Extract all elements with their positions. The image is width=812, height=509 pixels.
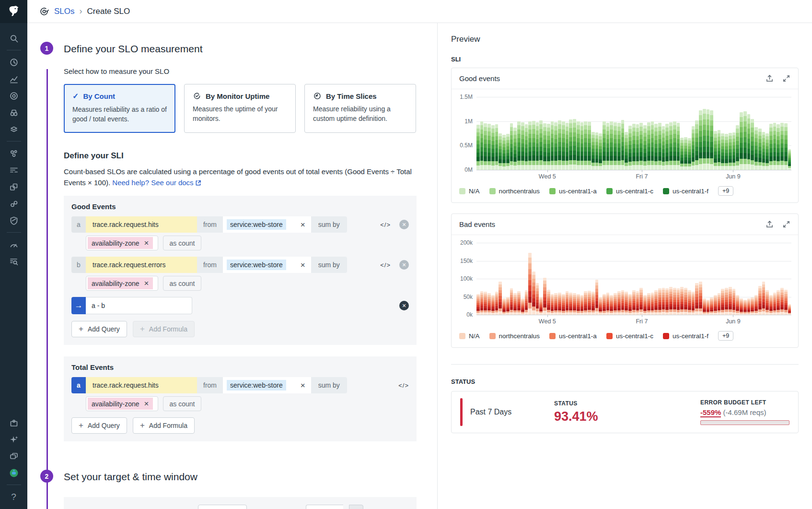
query-editor[interactable]: trace.rack.request.hits from service:web… (86, 377, 347, 393)
error-budget-detail: (-4.69M reqs) (723, 408, 766, 416)
export-icon[interactable] (766, 220, 774, 228)
clear-group-icon[interactable]: × (144, 400, 149, 408)
query-letter-selected[interactable]: a (71, 377, 86, 393)
query-editor[interactable]: trace.rack.request.errors from service:w… (86, 257, 347, 273)
add-query-button[interactable]: +Add Query (71, 321, 127, 337)
scope-field[interactable]: service:web-store × (223, 257, 311, 273)
formula-input[interactable] (86, 297, 192, 314)
clear-group-icon[interactable]: × (144, 279, 149, 287)
stacked-bar (603, 294, 606, 315)
query-letter[interactable]: a (71, 216, 86, 233)
by-monitor-uptime-card[interactable]: By Monitor Uptime Measures the uptime of… (184, 84, 296, 133)
group-by-field[interactable]: availability-zone× (86, 276, 158, 291)
legend-item[interactable]: us-central1-a (549, 188, 597, 195)
stacked-bar (677, 123, 680, 170)
metric-field[interactable]: trace.rack.request.hits (86, 377, 197, 393)
stacked-bar (721, 289, 724, 315)
user-avatar[interactable] (0, 464, 27, 481)
remove-formula-icon[interactable]: × (399, 301, 409, 310)
export-icon[interactable] (766, 74, 774, 83)
time-window-select[interactable]: 7 Days ▼ (198, 505, 247, 509)
preview-title: Preview (451, 35, 799, 44)
by-count-card[interactable]: ✓ By Count Measures reliability as a rat… (64, 84, 175, 133)
legend-item[interactable]: us-central1-f (663, 332, 708, 340)
stacked-bar (636, 291, 639, 315)
content: 1 Define your SLO measurement Select how… (27, 23, 812, 509)
legend-item[interactable]: northcentralus (489, 332, 540, 340)
sum-by-label[interactable]: sum by (311, 257, 347, 273)
search-icon[interactable] (0, 30, 27, 47)
docs-link[interactable]: Need help? See our docs (112, 178, 193, 187)
datadog-dog-icon (7, 4, 21, 19)
stacked-bar (762, 282, 766, 315)
add-formula-button[interactable]: +Add Formula (133, 417, 195, 434)
as-count-field[interactable]: as count (163, 276, 202, 291)
notebooks-icon[interactable] (0, 121, 27, 138)
legend-overflow-chip[interactable]: +9 (718, 331, 733, 341)
logs-icon[interactable] (0, 162, 27, 178)
clear-scope-icon[interactable]: × (301, 381, 305, 390)
services-icon[interactable] (0, 145, 27, 162)
legend-item[interactable]: us-central1-c (606, 188, 653, 195)
y-tick-label: 0M (464, 166, 473, 173)
legend-item[interactable]: us-central1-c (606, 332, 653, 340)
legend-item[interactable]: N/A (459, 188, 480, 195)
code-icon[interactable]: </> (380, 221, 391, 228)
integrations-icon[interactable] (0, 414, 27, 431)
dashboards-icon[interactable] (0, 178, 27, 195)
legend-overflow-chip[interactable]: +9 (718, 186, 733, 196)
sum-by-label[interactable]: sum by (311, 216, 347, 233)
by-time-slices-card[interactable]: By Time Slices Measure reliability using… (304, 84, 416, 133)
legend-item[interactable]: northcentralus (489, 188, 540, 195)
stacked-bar (729, 287, 732, 315)
code-icon[interactable]: </> (398, 382, 409, 389)
datadog-logo[interactable] (0, 0, 27, 23)
stacked-bar (558, 120, 561, 170)
slo-icon[interactable] (0, 87, 27, 104)
metrics-icon[interactable] (0, 71, 27, 87)
stacked-bar (680, 287, 684, 315)
expand-icon[interactable] (782, 74, 790, 83)
breadcrumb-slos-link[interactable]: SLOs (54, 7, 75, 16)
stacked-bar (688, 138, 691, 170)
expand-icon[interactable] (782, 220, 790, 228)
clear-scope-icon[interactable]: × (301, 221, 305, 229)
stacked-bar (647, 122, 650, 170)
remove-query-icon[interactable]: × (399, 260, 409, 270)
history-icon[interactable] (0, 54, 27, 71)
scope-field[interactable]: service:web-store × (223, 216, 311, 233)
legend-item[interactable]: us-central1-a (549, 332, 597, 340)
as-count-field[interactable]: as count (163, 396, 202, 411)
group-by-field[interactable]: availability-zone× (86, 396, 158, 411)
stacked-bar (584, 121, 587, 170)
query-row-a-groupby: availability-zone× as count (86, 396, 409, 411)
legend-item[interactable]: N/A (459, 332, 480, 340)
apm-icon[interactable] (0, 195, 27, 212)
query-editor[interactable]: trace.rack.request.hits from service:web… (86, 216, 347, 233)
query-letter[interactable]: b (71, 257, 86, 273)
case-management-icon[interactable] (0, 448, 27, 464)
security-icon[interactable] (0, 212, 27, 229)
scope-field[interactable]: service:web-store × (223, 377, 311, 393)
group-by-field[interactable]: availability-zone× (86, 236, 158, 250)
log-explorer-icon[interactable] (0, 253, 27, 270)
legend-item[interactable]: us-central1-f (663, 188, 708, 195)
stacked-bar (539, 120, 543, 170)
remove-query-icon[interactable]: × (399, 220, 409, 229)
metric-field[interactable]: trace.rack.request.errors (86, 257, 197, 273)
add-query-button[interactable]: +Add Query (71, 417, 127, 434)
x-tick (733, 170, 733, 172)
monitors-icon[interactable] (0, 236, 27, 253)
clear-scope-icon[interactable]: × (301, 261, 305, 269)
metric-field[interactable]: trace.rack.request.hits (86, 216, 197, 233)
help-icon[interactable]: ? (0, 488, 27, 505)
stacked-bar (513, 128, 517, 170)
sum-by-label[interactable]: sum by (311, 377, 347, 393)
code-icon[interactable]: </> (380, 261, 391, 269)
target-input[interactable] (306, 505, 343, 509)
ai-assistant-icon[interactable] (0, 431, 27, 448)
x-tick-label: Jun 9 (726, 318, 741, 325)
as-count-field[interactable]: as count (163, 236, 202, 250)
watchdog-icon[interactable] (0, 104, 27, 121)
clear-group-icon[interactable]: × (144, 239, 149, 247)
